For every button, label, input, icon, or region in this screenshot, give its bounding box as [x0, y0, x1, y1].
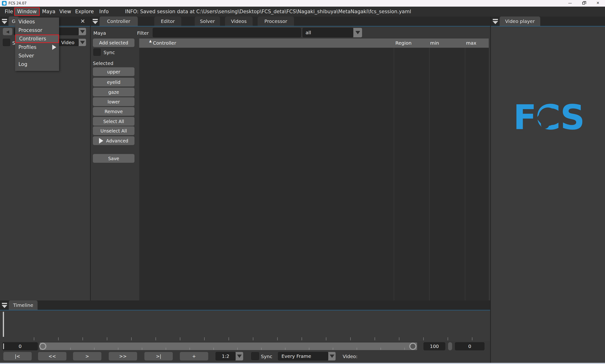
- go-end-button[interactable]: >|: [145, 352, 173, 361]
- timeline-ruler[interactable]: [0, 311, 490, 341]
- current-frame-field[interactable]: 0: [2, 342, 38, 350]
- tab-controller[interactable]: Controller: [100, 16, 138, 26]
- scope-combo-dropdown[interactable]: [353, 28, 362, 37]
- video-player-panel: Video player FCS: [491, 16, 605, 364]
- group-button-gaze[interactable]: gaze: [93, 88, 134, 96]
- col-region[interactable]: Region: [395, 40, 411, 46]
- unselect-all-button[interactable]: Unselect All: [93, 126, 134, 135]
- table-body[interactable]: [139, 48, 489, 300]
- advanced-button[interactable]: Advanced: [93, 136, 134, 145]
- tab-video-player[interactable]: Video player: [500, 16, 540, 26]
- menu-maya[interactable]: Maya: [42, 9, 55, 14]
- maximize-icon: [582, 2, 585, 4]
- panel-menu-icon[interactable]: [2, 303, 7, 308]
- sync-checkbox[interactable]: [93, 48, 101, 56]
- play-arrow-icon: [99, 138, 103, 144]
- panel-menu-icon[interactable]: [492, 19, 498, 24]
- group-button-eyelid[interactable]: eyelid: [93, 78, 134, 86]
- minimize-button[interactable]: —: [565, 1, 575, 6]
- step-forward-button[interactable]: >>: [109, 352, 137, 361]
- range-slider-track[interactable]: [40, 342, 417, 350]
- column-divider: [465, 48, 465, 300]
- column-divider: [394, 48, 394, 300]
- menu-item-solver[interactable]: Solver: [15, 52, 59, 60]
- video-player-header: Video player: [491, 16, 605, 26]
- tab-videos[interactable]: Videos: [225, 16, 253, 26]
- maya-label: Maya: [93, 30, 106, 36]
- ruler-ticks: [10, 337, 487, 340]
- close-button[interactable]: ✕: [593, 1, 603, 6]
- range-handle-start[interactable]: [39, 343, 46, 350]
- app-icon: [2, 1, 7, 6]
- play-button[interactable]: >: [73, 352, 101, 361]
- remove-button[interactable]: Remove: [93, 107, 134, 116]
- col-controller[interactable]: Controller: [153, 40, 176, 46]
- window-bottom-edge: [0, 363, 605, 364]
- tab-solver[interactable]: Solver: [195, 16, 220, 26]
- playmode-combo-dropdown[interactable]: [328, 352, 336, 361]
- maximize-button[interactable]: [579, 1, 589, 6]
- menu-item-controllers[interactable]: Controllers: [15, 35, 59, 43]
- menu-file[interactable]: File: [5, 9, 13, 14]
- menu-view[interactable]: View: [59, 9, 71, 14]
- back-button[interactable]: ◀: [3, 28, 12, 35]
- video-combo-field[interactable]: Video: [59, 39, 79, 46]
- video-combo-dropdown[interactable]: [79, 39, 86, 46]
- menu-item-profiles[interactable]: Profiles: [15, 43, 59, 52]
- column-divider: [429, 48, 430, 300]
- menu-explore[interactable]: Explore: [75, 9, 94, 14]
- chevron-down-icon: [330, 354, 334, 358]
- fcs-logo: FCS: [513, 99, 582, 136]
- profiles-label: Profiles: [18, 44, 36, 50]
- col-min[interactable]: min: [430, 40, 439, 46]
- menu-info[interactable]: Info: [99, 9, 109, 14]
- timeline-sync-label: Sync: [261, 354, 272, 359]
- left-row-label: S: [12, 40, 15, 46]
- col-max[interactable]: max: [466, 40, 476, 46]
- menu-item-log[interactable]: Log: [15, 60, 59, 68]
- title-bar: FCS 24.07 — ✕: [0, 0, 605, 7]
- panel-menu-icon[interactable]: [92, 19, 98, 24]
- video-label: Video:: [343, 354, 357, 359]
- group-button-lower[interactable]: lower: [93, 97, 134, 106]
- save-button[interactable]: Save: [93, 154, 134, 163]
- left-combo-dropdown[interactable]: [79, 28, 86, 35]
- add-button[interactable]: +: [180, 352, 208, 361]
- filter-input[interactable]: [153, 28, 301, 37]
- status-info-text: INFO: Saved session data at C:\Users\sen…: [125, 9, 411, 14]
- offset-field[interactable]: 0: [455, 342, 485, 350]
- left-checkbox[interactable]: [3, 39, 10, 46]
- group-button-upper[interactable]: upper: [93, 67, 134, 76]
- app-title: FCS 24.07: [9, 1, 26, 5]
- controller-panel-header: Controller Editor Solver Videos Processo…: [91, 16, 490, 26]
- timeline-sync-checkbox[interactable]: [251, 352, 259, 360]
- menu-item-processor[interactable]: Processor: [15, 26, 59, 35]
- range-end-field[interactable]: 100: [423, 342, 445, 350]
- playhead-marker[interactable]: [3, 312, 4, 337]
- select-all-button[interactable]: Select All: [93, 117, 134, 126]
- add-selected-button[interactable]: Add selected: [93, 39, 134, 47]
- close-icon[interactable]: ✕: [80, 18, 85, 25]
- controller-panel: Controller Editor Solver Videos Processo…: [91, 16, 490, 300]
- selected-label: Selected: [93, 61, 113, 66]
- tab-processor[interactable]: Processor: [258, 16, 294, 26]
- scroll-pill[interactable]: [448, 342, 452, 350]
- scope-combo-field[interactable]: all: [302, 28, 353, 37]
- track-ticks: [47, 348, 411, 350]
- filter-label: Filter: [137, 30, 149, 36]
- tab-editor[interactable]: Editor: [154, 16, 181, 26]
- range-handle-end[interactable]: [409, 343, 416, 350]
- menu-window[interactable]: Window: [14, 7, 40, 16]
- panel-menu-icon[interactable]: [2, 19, 7, 24]
- playmode-combo-field[interactable]: Every Frame: [278, 352, 328, 361]
- go-start-button[interactable]: |<: [3, 352, 32, 361]
- rate-combo-field[interactable]: 1:2: [216, 352, 236, 361]
- sort-asc-icon: ▲: [149, 39, 152, 43]
- window-dropdown-menu: Videos Processor Controllers Profiles So…: [15, 17, 59, 71]
- step-back-button[interactable]: <<: [38, 352, 66, 361]
- tab-timeline[interactable]: Timeline: [9, 300, 38, 310]
- table-header[interactable]: ▲ Controller Region min max default: [139, 39, 489, 48]
- menu-item-videos[interactable]: Videos: [15, 17, 59, 26]
- frame-spinner-tick: [3, 343, 4, 349]
- rate-combo-dropdown[interactable]: [236, 352, 243, 361]
